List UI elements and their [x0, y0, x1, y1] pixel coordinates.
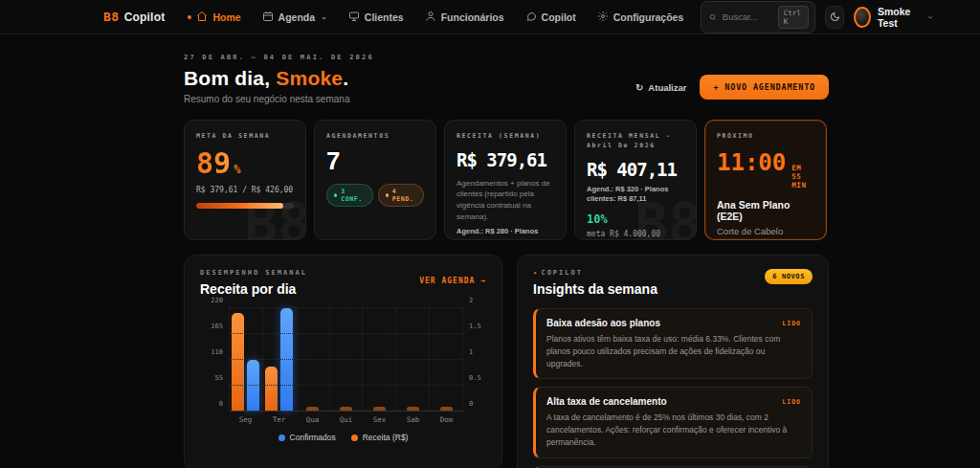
receita-bar: [265, 367, 278, 412]
next-appointment-service: Corte de Cabelo: [717, 226, 814, 236]
calendar-icon: [262, 11, 274, 24]
next-appointment-countdown: EM 55 MIN: [791, 164, 814, 189]
insight-list: Baixa adesão aos planosLIDOPlanos ativos…: [533, 308, 813, 468]
clients-icon: [348, 11, 360, 24]
refresh-icon: ↻: [635, 82, 643, 93]
staff-icon: [425, 11, 436, 24]
card-receita-mensal: RECEITA MENSAL - Abril De 2026 R$ 407,11…: [574, 120, 697, 240]
receita-bar: [232, 313, 244, 412]
left-axis-tick: 220: [211, 297, 223, 304]
new-appointment-button[interactable]: + NOVO AGENDAMENTO: [700, 75, 829, 100]
left-axis-tick: 55: [215, 374, 223, 382]
date-range: 27 DE ABR. — 04 DE MAI. DE 2026: [184, 54, 374, 61]
card-label: AGENDAMENTOS: [326, 132, 424, 142]
nav-item-label: Agenda: [278, 11, 316, 23]
theme-toggle-button[interactable]: [825, 6, 844, 29]
x-axis-label: Sex: [363, 415, 396, 424]
pendentes-badge: 4 PEND.: [378, 184, 425, 207]
nav-item-home[interactable]: Home: [188, 11, 240, 24]
page-header: 27 DE ABR. — 04 DE MAI. DE 2026 Bom dia,…: [184, 54, 829, 104]
insight-status-badge: LIDO: [782, 398, 801, 406]
legend-item[interactable]: Receita (R$): [351, 433, 409, 442]
green-dot-icon: [334, 193, 337, 197]
next-appointment-time: 11:00: [717, 151, 786, 174]
chart-bar-group-qui: [329, 308, 363, 412]
receita-mensal-value: R$ 407,11: [587, 159, 684, 180]
nav-item-configuracoes[interactable]: Configurações: [597, 11, 684, 24]
search-input[interactable]: [723, 11, 772, 22]
page-title: Bom dia, Smoke.: [184, 67, 374, 90]
new-insights-badge: 6 NOVOS: [765, 269, 813, 284]
chart-eyebrow: DESEMPENHO SEMANAL: [200, 269, 307, 277]
main-content: 27 DE ABR. — 04 DE MAI. DE 2026 Bom dia,…: [184, 54, 829, 468]
receita-mensal-breakdown: Agend.: R$ 320 · Planos clientes: R$ 87,…: [587, 185, 684, 206]
next-appointment-client: Ana Sem Plano (E2E): [717, 199, 814, 222]
weekly-performance-panel: DESEMPENHO SEMANAL Receita por dia VER A…: [184, 255, 502, 468]
card-proximo[interactable]: PRÓXIMO 11:00 EM 55 MIN Ana Sem Plano (E…: [704, 120, 827, 240]
insight-card[interactable]: Baixa adesão aos planosLIDOPlanos ativos…: [533, 308, 813, 379]
legend-item[interactable]: Confirmados: [278, 433, 336, 442]
chat-icon: [525, 11, 537, 24]
insights-header: ✦ COPILOT Insights da semana: [533, 269, 657, 297]
chart-plot-area: 05511016522000.511.52: [229, 308, 463, 412]
confirmados-bar: [247, 360, 259, 412]
nav-right: Ctrl K Smoke Test: [701, 1, 933, 33]
greeting-block: 27 DE ABR. — 04 DE MAI. DE 2026 Bom dia,…: [184, 54, 374, 104]
top-nav: B8 Copilot HomeAgenda⌄ClientesFuncionári…: [0, 0, 980, 34]
logo-b8-mark: B8: [103, 10, 120, 24]
chart-bar-group-ter: [262, 308, 296, 412]
meta-percent-value: 89: [196, 149, 231, 178]
insight-body: A taxa de cancelamento é de 25% nos últi…: [546, 412, 801, 448]
user-menu[interactable]: Smoke Test: [854, 6, 933, 29]
x-axis-label: Qua: [296, 415, 329, 424]
chart-header: DESEMPENHO SEMANAL Receita por dia: [200, 269, 307, 297]
left-axis-tick: 0: [219, 400, 223, 408]
nav-item-clientes[interactable]: Clientes: [348, 11, 404, 24]
active-dot-icon: [188, 15, 191, 19]
meta-detail: R$ 379,61 / R$ 426,00: [196, 186, 294, 194]
x-axis-label: Dom: [430, 415, 463, 424]
logo-text: Copilot: [124, 11, 166, 24]
user-name: Smoke Test: [878, 6, 921, 29]
right-axis-tick: 0.5: [469, 374, 481, 382]
search-box[interactable]: Ctrl K: [701, 1, 815, 33]
nav-item-funcionarios[interactable]: Funcionários: [425, 11, 504, 24]
card-agendamentos: AGENDAMENTOS 7 3 CONF. 4 PEND.: [314, 120, 436, 240]
app-logo[interactable]: B8 Copilot: [103, 10, 165, 24]
nav-item-copilot[interactable]: Copilot: [525, 11, 576, 24]
meta-progress-fill: [196, 203, 283, 209]
x-axis-label: Seg: [229, 415, 262, 424]
card-meta-semana: META DA SEMANA 89 % R$ 379,61 / R$ 426,0…: [184, 120, 306, 240]
nav-items: HomeAgenda⌄ClientesFuncionáriosCopilotCo…: [188, 11, 683, 24]
moon-icon: [830, 11, 840, 22]
nav-item-label: Home: [212, 11, 240, 23]
chevron-down-icon: ⌄: [321, 12, 327, 21]
receita-semana-value: R$ 379,61: [457, 149, 554, 170]
chart-title: Receita por dia: [200, 281, 307, 297]
insight-status-badge: LIDO: [782, 320, 801, 327]
card-receita-semana: RECEITA (SEMANA) R$ 379,61 Agendamentos …: [444, 120, 567, 240]
card-label: PRÓXIMO: [717, 132, 814, 142]
nav-item-label: Copilot: [542, 11, 576, 23]
insights-title: Insights da semana: [533, 281, 657, 297]
home-icon: [196, 11, 208, 24]
confirmados-badge: 3 CONF.: [326, 184, 373, 207]
b8-watermark: B8: [244, 191, 306, 240]
card-label: META DA SEMANA: [196, 132, 294, 142]
refresh-button[interactable]: ↻ Atualizar: [635, 82, 687, 93]
insight-title: Alta taxa de cancelamento: [546, 396, 667, 407]
nav-item-label: Configurações: [613, 11, 684, 23]
nav-item-label: Clientes: [365, 11, 404, 23]
insight-card[interactable]: Alta taxa de cancelamentoLIDOA taxa de c…: [533, 387, 813, 457]
avatar: [854, 7, 871, 28]
header-actions: ↻ Atualizar + NOVO AGENDAMENTO: [635, 75, 829, 100]
copilot-insights-panel: ✦ COPILOT Insights da semana 6 NOVOS Bai…: [517, 255, 829, 468]
legend-dot-icon: [278, 435, 285, 441]
right-axis-tick: 1.5: [469, 323, 481, 330]
nav-item-agenda[interactable]: Agenda⌄: [262, 11, 327, 24]
left-axis-tick: 110: [211, 348, 223, 356]
ver-agenda-link[interactable]: VER AGENDA →: [419, 277, 486, 285]
card-label: RECEITA (SEMANA): [457, 132, 554, 142]
receita-mensal-percent: 10%: [587, 212, 684, 226]
stats-row: META DA SEMANA 89 % R$ 379,61 / R$ 426,0…: [184, 120, 829, 240]
